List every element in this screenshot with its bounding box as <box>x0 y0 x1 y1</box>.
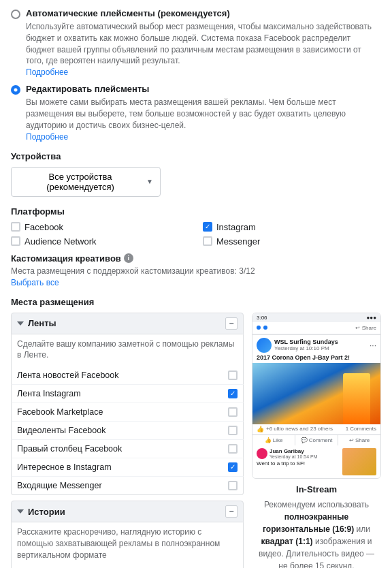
platforms-grid: Facebook Instagram Audience Network Mess… <box>11 222 381 247</box>
platform-messenger-checkbox[interactable] <box>203 236 212 246</box>
devices-dropdown[interactable]: Все устройства (рекомендуется) ▼ <box>11 167 161 197</box>
stories-group-header[interactable]: Истории − <box>11 501 244 522</box>
feed-fb-news-checkbox[interactable] <box>228 370 238 380</box>
platform-facebook[interactable]: Facebook <box>11 222 189 232</box>
phone-time: 3:06 <box>257 315 267 321</box>
info-icon[interactable]: i <box>124 253 133 263</box>
platform-audience-label: Audience Network <box>24 236 97 247</box>
feed-instagram-checkbox[interactable] <box>228 389 238 398</box>
customization-header: Кастомизация креативов i <box>11 253 381 264</box>
post1-avatar <box>257 338 272 353</box>
feed-item-instagram: Лента Instagram <box>17 389 81 398</box>
feed-item-video: Видеоленты Facebook <box>17 426 105 435</box>
post2-image <box>342 448 376 475</box>
post1-dots-icon: ··· <box>370 341 376 350</box>
phone-post2: Juan Garibay Yesterday at 10:54 PM Went … <box>252 445 380 478</box>
manual-placement-title: Редактировать плейсменты <box>26 84 381 94</box>
phone-comment-action[interactable]: 💬 Comment <box>295 435 338 445</box>
stories-group: Истории − Расскажите красноречиво, нагля… <box>11 501 244 568</box>
page-container: Автоматические плейсменты (рекомендуется… <box>0 0 392 568</box>
post1-title: 2017 Corona Open J-Bay Part 2! <box>257 354 376 361</box>
platforms-label: Платформы <box>11 206 381 217</box>
auto-placement-title: Автоматические плейсменты (рекомендуется… <box>26 8 381 18</box>
post1-image <box>252 363 380 424</box>
feed-marketplace-checkbox[interactable] <box>228 407 238 417</box>
devices-selected-value: Все устройства (рекомендуется) <box>18 172 142 192</box>
feed-explore-checkbox[interactable] <box>228 462 238 472</box>
manual-placement-desc: Вы можете сами выбирать места размещения… <box>26 97 381 131</box>
phone-signal: ●●● <box>367 315 377 321</box>
list-item: Лента Instagram <box>11 385 244 403</box>
feeds-group-header[interactable]: Ленты − <box>11 313 244 334</box>
post-person-figure <box>343 373 370 424</box>
comment-mini-icon <box>263 326 267 330</box>
manual-placement-radio[interactable] <box>11 85 20 95</box>
auto-placement-link[interactable]: Подробнее <box>26 67 68 77</box>
feed-item-marketplace: Facebook Marketplace <box>17 407 103 417</box>
customization-desc: Места размещения с поддержкой кастомизац… <box>11 266 381 276</box>
phone-action-icons: ↩ Share <box>355 325 376 331</box>
feed-item-right-col: Правый столбец Facebook <box>17 444 122 454</box>
phone-share-action[interactable]: ↩ Share <box>338 435 380 445</box>
platform-messenger[interactable]: Messenger <box>203 236 381 247</box>
manual-placement-link[interactable]: Подробнее <box>26 132 68 142</box>
feed-item-explore: Интересное в Instagram <box>17 462 112 472</box>
platform-audience-network[interactable]: Audience Network <box>11 236 189 247</box>
phone-post1-header: WSL Surfing Sundays Yesterday at 10:10 P… <box>252 335 380 361</box>
list-item: Facebook Marketplace <box>11 403 244 422</box>
platform-facebook-checkbox[interactable] <box>11 222 20 232</box>
platform-instagram-checkbox[interactable] <box>203 222 212 232</box>
phone-action-bar: 👍 Like 💬 Comment ↩ Share <box>252 435 380 445</box>
auto-placement-option[interactable]: Автоматические плейсменты (рекомендуется… <box>11 8 381 77</box>
platform-messenger-label: Messenger <box>216 236 260 247</box>
auto-placement-radio[interactable] <box>11 10 20 19</box>
platform-audience-checkbox[interactable] <box>11 236 20 246</box>
instream-highlight1: полноэкранные горизонтальные (16:9) <box>263 512 354 534</box>
list-item: Видеоленты Facebook <box>11 422 244 440</box>
phone-status-bar: 3:06 ●●● ↩ Share <box>252 313 380 335</box>
like-icon: 👍 <box>257 426 264 432</box>
placement-groups: Ленты − Сделайте вашу компанию заметной … <box>11 313 244 568</box>
list-item: Входящие Messenger <box>11 477 244 495</box>
instream-highlight2: квадрат (1:1) <box>261 537 313 546</box>
right-panel: 3:06 ●●● ↩ Share <box>252 313 381 568</box>
platform-instagram[interactable]: Instagram <box>203 222 381 232</box>
list-item: Интересное в Instagram <box>11 458 244 477</box>
manual-placement-option[interactable]: Редактировать плейсменты Вы можете сами … <box>11 84 381 141</box>
devices-label: Устройства <box>11 151 381 161</box>
post2-date: Yesterday at 10:54 PM <box>270 454 318 459</box>
list-item: Правый столбец Facebook <box>11 440 244 458</box>
feed-item-messenger: Входящие Messenger <box>17 481 102 490</box>
stories-group-desc: Расскажите красноречиво, наглядную истор… <box>11 522 244 566</box>
post1-name: WSL Surfing Sundays <box>274 338 338 345</box>
like-bar: 👍 +6 ultio news and 23 others 1 Comments <box>252 424 380 435</box>
phone-mockup: 3:06 ●●● ↩ Share <box>252 313 381 479</box>
post2-desc: Went to a trip to SF! <box>257 460 340 467</box>
platform-facebook-label: Facebook <box>24 222 63 232</box>
feeds-chevron-icon <box>17 321 24 326</box>
like-mini-icon <box>257 326 261 330</box>
phone-like-action[interactable]: 👍 Like <box>252 435 295 445</box>
comments-count: 1 Comments <box>346 426 376 432</box>
feed-video-checkbox[interactable] <box>228 426 238 435</box>
like-count: +6 ultio news and 23 others <box>266 426 333 432</box>
instream-description: Рекомендуем использовать полноэкранные г… <box>252 499 381 568</box>
feeds-group-desc: Сделайте вашу компанию заметной с помощь… <box>11 334 244 367</box>
list-item: Лента новостей Facebook <box>11 366 244 385</box>
instream-label: In-Stream <box>252 484 381 494</box>
post1-date: Yesterday at 10:10 PM <box>274 345 338 351</box>
chevron-down-icon: ▼ <box>146 178 153 185</box>
feeds-collapse-button[interactable]: − <box>225 317 238 330</box>
customization-select-all[interactable]: Выбрать все <box>11 278 59 287</box>
stories-collapse-button[interactable]: − <box>225 505 238 518</box>
stories-chevron-icon <box>17 509 24 514</box>
stories-group-label: Истории <box>28 507 65 517</box>
feed-right-col-checkbox[interactable] <box>228 444 238 454</box>
auto-placement-desc: Используйте автоматический выбор мест ра… <box>26 21 381 67</box>
feeds-group: Ленты − Сделайте вашу компанию заметной … <box>11 313 244 496</box>
placements-label: Места размещения <box>11 297 381 307</box>
post2-avatar <box>257 448 267 459</box>
feeds-group-label: Ленты <box>28 318 56 328</box>
feed-messenger-checkbox[interactable] <box>228 481 238 490</box>
placement-layout: Ленты − Сделайте вашу компанию заметной … <box>11 313 381 568</box>
